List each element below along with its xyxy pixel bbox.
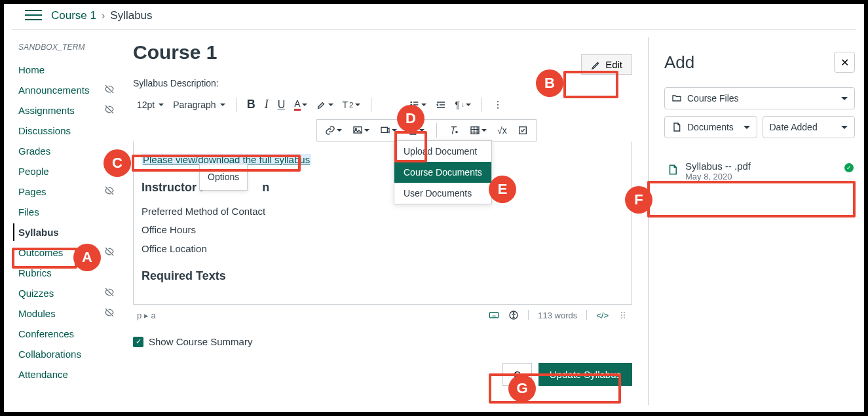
sidebar-item-label[interactable]: Quizzes (18, 288, 54, 299)
word-count[interactable]: 113 words (538, 311, 577, 320)
close-tray-button[interactable]: ✕ (834, 52, 855, 73)
course-nav-list: HomeAnnouncementsAssignmentsDiscussionsG… (18, 60, 119, 385)
sidebar-item-label[interactable]: Syllabus (18, 227, 59, 238)
link-button[interactable] (321, 123, 346, 138)
course-files-select[interactable]: Course Files (664, 87, 855, 109)
hamburger-menu-icon[interactable] (25, 10, 42, 22)
image-button[interactable] (349, 123, 373, 138)
superscript-button[interactable]: T2 (339, 97, 364, 113)
sidebar-item-collaborations[interactable]: Collaborations (18, 344, 119, 364)
more-tools-button[interactable] (489, 97, 507, 113)
highlighter-icon (316, 100, 327, 110)
outdent-button[interactable] (432, 97, 450, 113)
sidebar-item-assignments[interactable]: Assignments (18, 100, 119, 121)
sidebar-item-label[interactable]: Attendance (18, 369, 68, 380)
sidebar-item-label[interactable]: Home (18, 64, 45, 75)
svg-rect-11 (490, 312, 499, 318)
show-summary-checkbox[interactable]: ✓ (133, 337, 143, 347)
sidebar-item-syllabus[interactable]: Syllabus (13, 222, 119, 242)
document-icon (671, 122, 682, 132)
edit-button[interactable]: Edit (581, 54, 632, 75)
font-size-select[interactable]: 12pt (133, 97, 168, 113)
pencil-icon (591, 60, 601, 70)
sidebar-item-label[interactable]: Announcements (18, 85, 89, 96)
text-office-hours: Office Hours (142, 221, 624, 240)
clear-format-icon (449, 125, 459, 136)
svg-point-0 (411, 102, 411, 102)
file-item[interactable]: Syllabus -- .pdf May 8, 2020 ✓ (664, 153, 855, 189)
drag-handle-icon[interactable] (618, 310, 628, 320)
top-bar: Course 1 › Syllabus (12, 4, 856, 29)
menu-user-documents[interactable]: User Documents (394, 183, 491, 204)
page-title: Course 1 (133, 41, 632, 64)
table-button[interactable] (466, 123, 491, 138)
svg-point-4 (497, 104, 499, 105)
toolbar-separator (236, 98, 236, 112)
sidebar-item-announcements[interactable]: Announcements (18, 80, 119, 100)
bold-button[interactable]: B (243, 95, 259, 114)
update-syllabus-button[interactable]: Update Syllabus (538, 363, 632, 386)
sidebar-item-label[interactable]: Discussions (18, 125, 71, 136)
date-added-select[interactable]: Date Added (763, 116, 856, 138)
text-preferred-contact: Preferred Method of Contact (142, 202, 624, 221)
document-button[interactable] (404, 123, 428, 138)
media-button[interactable] (376, 123, 401, 138)
sidebar-item-discussions[interactable]: Discussions (18, 121, 119, 141)
svg-point-1 (411, 104, 411, 105)
sidebar-item-home[interactable]: Home (18, 60, 119, 80)
sidebar-item-label[interactable]: Files (18, 206, 39, 217)
sidebar-item-attendance[interactable]: Attendance (18, 364, 119, 385)
cancel-button[interactable]: C (502, 363, 532, 386)
sidebar-item-rubrics[interactable]: Rubrics (18, 263, 119, 283)
breadcrumb-course-link[interactable]: Course 1 (51, 9, 96, 22)
sidebar-item-label[interactable]: Modules (18, 308, 56, 319)
rce-toolbar-row2: √x (316, 119, 537, 142)
block-type-select[interactable]: Paragraph (169, 97, 229, 113)
svg-point-13 (514, 312, 514, 313)
underline-button[interactable]: U (274, 96, 290, 113)
documents-select[interactable]: Documents (664, 116, 757, 138)
edit-button-label: Edit (605, 59, 622, 70)
clear-formatting-button[interactable] (445, 123, 463, 138)
sidebar-item-label[interactable]: Grades (18, 145, 50, 157)
sidebar-item-files[interactable]: Files (18, 202, 119, 222)
sidebar-item-label[interactable]: Pages (18, 186, 47, 197)
link-icon (325, 125, 335, 136)
hidden-icon (104, 84, 115, 96)
sidebar-item-grades[interactable]: Grades (18, 141, 119, 161)
toolbar-separator (436, 123, 437, 138)
menu-course-documents[interactable]: Course Documents (394, 162, 491, 183)
sidebar-item-outcomes[interactable]: Outcomes (18, 242, 119, 263)
sidebar-item-quizzes[interactable]: Quizzes (18, 283, 119, 303)
sidebar-item-conferences[interactable]: Conferences (18, 324, 119, 344)
sidebar-item-people[interactable]: People (18, 161, 119, 181)
embed-button[interactable] (514, 123, 532, 138)
svg-point-14 (621, 312, 622, 314)
embed-icon (518, 125, 528, 136)
sidebar-item-pages[interactable]: Pages (18, 181, 119, 202)
rce-editor-body[interactable]: Please view/download the full syllabus O… (133, 142, 632, 305)
sidebar-item-label[interactable]: Collaborations (18, 349, 81, 360)
sidebar-item-label[interactable]: Conferences (18, 328, 74, 339)
link-options-popover[interactable]: Options (199, 164, 248, 191)
sidebar-item-label[interactable]: Outcomes (18, 247, 63, 258)
sidebar-item-label[interactable]: Rubrics (18, 267, 52, 278)
keyboard-icon[interactable] (489, 310, 499, 320)
svg-rect-10 (519, 127, 526, 134)
text-direction-button[interactable]: ¶↓ (451, 97, 476, 113)
bullet-list-button[interactable] (406, 97, 430, 113)
html-view-toggle[interactable]: </> (596, 311, 609, 320)
highlight-color-button[interactable] (312, 97, 337, 113)
sidebar-item-label[interactable]: People (18, 166, 49, 177)
accessibility-icon[interactable] (508, 310, 519, 320)
element-path[interactable]: p ▸ a (137, 311, 156, 320)
pdf-icon (667, 162, 679, 180)
toolbar-separator (481, 98, 482, 112)
italic-button[interactable]: I (261, 95, 273, 114)
equation-button[interactable]: √x (493, 123, 511, 138)
sidebar-item-modules[interactable]: Modules (18, 303, 119, 324)
text-color-button[interactable]: A (290, 96, 311, 113)
svg-point-17 (624, 315, 625, 316)
sidebar-item-label[interactable]: Assignments (18, 105, 75, 116)
menu-upload-document[interactable]: Upload Document (394, 141, 491, 162)
